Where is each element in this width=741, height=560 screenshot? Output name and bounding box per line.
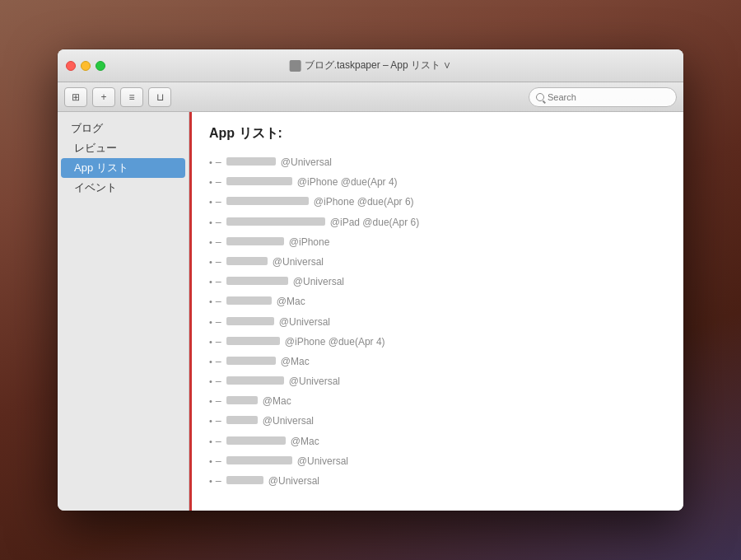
task-bullet: • (209, 195, 212, 210)
task-dash: – (216, 234, 221, 250)
task-tag: @Universal (273, 254, 324, 270)
titlebar: ブログ.taskpaper – App リスト ∨ (58, 49, 683, 82)
task-item: • – @Universal (209, 312, 667, 332)
task-dash: – (216, 373, 221, 390)
sidebar-toggle-button[interactable]: ⊞ (64, 87, 87, 107)
search-input[interactable] (548, 92, 669, 102)
task-tag: @Universal (281, 155, 332, 170)
app-window: ブログ.taskpaper – App リスト ∨ ⊞ + ≡ ⊔ ブログ レビ… (58, 49, 683, 511)
task-text-blurred (226, 237, 284, 245)
task-dash: – (216, 254, 221, 270)
task-item: • – @iPhone (209, 232, 667, 252)
task-dash: – (216, 334, 221, 350)
search-box[interactable] (529, 87, 677, 107)
task-dash: – (216, 273, 221, 290)
close-button[interactable] (66, 61, 76, 71)
doc-content: App リスト: • – @Universal • – @iPhone @due… (206, 125, 667, 491)
task-item: • – @iPhone @due(Apr 4) (209, 332, 667, 352)
task-dash: – (216, 293, 221, 310)
window-title: ブログ.taskpaper – App リスト ∨ (290, 58, 452, 72)
task-tag: @Universal (268, 474, 319, 489)
task-bullet: • (209, 394, 212, 409)
traffic-lights (66, 61, 105, 71)
task-item: • – @Mac (209, 352, 667, 371)
maximize-button[interactable] (96, 61, 105, 71)
indent-button[interactable]: ⊔ (148, 87, 171, 107)
sidebar-item-review[interactable]: レビュー (61, 138, 185, 158)
task-bullet: • (209, 216, 212, 231)
task-dash: – (216, 413, 221, 429)
task-dash: – (216, 433, 221, 450)
task-text-blurred (226, 197, 309, 205)
task-bullet: • (209, 295, 212, 310)
doc-title: App リスト: (209, 125, 667, 142)
task-tag: @Universal (293, 274, 344, 290)
task-text-blurred (226, 416, 258, 424)
task-text-blurred (226, 396, 258, 404)
doc-left-border (189, 112, 192, 511)
sidebar-item-applist[interactable]: App リスト (61, 158, 185, 178)
task-bullet: • (209, 414, 212, 429)
task-text-blurred (226, 337, 280, 345)
task-text-blurred (226, 296, 272, 305)
task-tag: @Mac (291, 434, 319, 450)
task-tag: @Mac (277, 294, 305, 310)
add-button[interactable]: + (92, 87, 115, 107)
task-text-blurred (226, 476, 263, 484)
task-tag: @iPhone @due(Apr 6) (314, 194, 414, 210)
task-bullet: • (209, 435, 212, 450)
task-tag: @Universal (289, 374, 340, 390)
task-item: • – @Universal (209, 471, 667, 491)
task-text-blurred (226, 357, 276, 365)
file-icon (290, 60, 301, 72)
task-tag: @iPhone (289, 235, 330, 250)
task-item: • – @Mac (209, 391, 667, 411)
main-content: ブログ レビュー App リスト イベント App リスト: • – @Univ… (58, 112, 683, 511)
list-view-button[interactable]: ≡ (120, 87, 143, 107)
task-dash: – (216, 194, 221, 210)
task-tag: @Universal (279, 315, 330, 330)
task-dash: – (216, 174, 221, 190)
task-tag: @iPhone @due(Apr 4) (285, 334, 385, 350)
task-dash: – (216, 353, 221, 370)
task-item: • – @iPhone @due(Apr 6) (209, 192, 667, 212)
task-bullet: • (209, 315, 212, 330)
minimize-button[interactable] (81, 61, 91, 71)
task-text-blurred (226, 456, 292, 464)
task-item: • – @Universal (209, 371, 667, 391)
task-bullet: • (209, 275, 212, 290)
task-tag: @Mac (281, 354, 310, 370)
task-item: • – @Mac (209, 292, 667, 311)
task-item: • – @Universal (209, 411, 667, 431)
task-item: • – @Universal (209, 152, 667, 172)
document-area: App リスト: • – @Universal • – @iPhone @due… (189, 112, 683, 511)
sidebar-item-event[interactable]: イベント (61, 178, 185, 198)
task-dash: – (216, 393, 221, 409)
task-text-blurred (226, 317, 274, 325)
task-dash: – (216, 453, 221, 469)
task-list: • – @Universal • – @iPhone @due(Apr 4) •… (209, 152, 667, 491)
task-text-blurred (226, 217, 325, 226)
task-dash: – (216, 214, 221, 231)
task-bullet: • (209, 236, 212, 250)
task-dash: – (216, 154, 221, 170)
task-text-blurred (226, 436, 286, 445)
task-text-blurred (226, 376, 284, 385)
task-tag: @Universal (297, 454, 348, 469)
task-dash: – (216, 314, 221, 330)
task-bullet: • (209, 175, 212, 190)
task-tag: @iPad @due(Apr 6) (330, 215, 419, 231)
task-tag: @Mac (263, 394, 291, 409)
task-item: • – @Universal (209, 272, 667, 292)
task-item: • – @iPhone @due(Apr 4) (209, 172, 667, 192)
task-tag: @iPhone @due(Apr 4) (297, 175, 398, 190)
task-bullet: • (209, 474, 212, 489)
task-text-blurred (226, 157, 276, 166)
task-text-blurred (226, 277, 288, 285)
sidebar: ブログ レビュー App リスト イベント (58, 112, 189, 511)
search-icon (536, 93, 544, 101)
task-text-blurred (226, 257, 268, 265)
task-dash: – (216, 473, 221, 489)
task-item: • – @Universal (209, 451, 667, 471)
task-bullet: • (209, 455, 212, 469)
